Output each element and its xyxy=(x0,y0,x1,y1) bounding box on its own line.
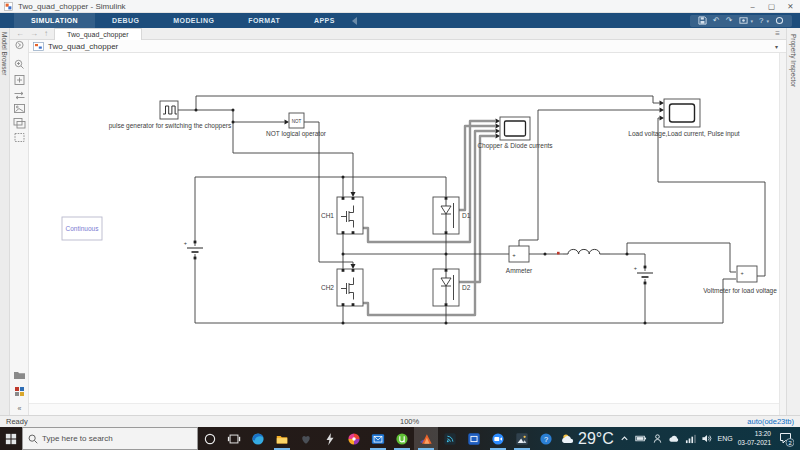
d1-label: D1 xyxy=(462,212,471,219)
breadcrumb-dropdown-icon[interactable]: ▾ xyxy=(775,43,778,50)
weather-widget[interactable]: 29°C xyxy=(560,430,614,448)
pulse-generator-block[interactable]: pulse generator for switching the choppe… xyxy=(109,101,232,130)
matlab-button[interactable] xyxy=(414,427,438,450)
save-icon[interactable] xyxy=(698,16,707,25)
task-view-icon xyxy=(227,432,241,446)
dc-source-left[interactable]: + xyxy=(184,240,203,259)
search-placeholder: Type here to search xyxy=(42,434,113,443)
forward-arrow-icon[interactable]: → xyxy=(30,29,38,38)
inductor[interactable] xyxy=(557,249,610,254)
up-arrow-icon[interactable]: ↑ xyxy=(44,29,48,38)
compare-icon[interactable] xyxy=(15,92,25,99)
utorrent-button[interactable] xyxy=(390,427,414,450)
scope-load-block[interactable]: Load voltage,Load current, Pulse input xyxy=(628,99,739,138)
folder-icon[interactable] xyxy=(14,372,25,379)
tab-format[interactable]: FORMAT xyxy=(231,13,297,28)
help-app-button[interactable]: ? xyxy=(534,427,558,450)
measurement-wires[interactable] xyxy=(363,121,495,315)
select-area-icon[interactable] xyxy=(15,134,24,142)
fit-view-icon[interactable] xyxy=(15,76,24,85)
model-browser-panel-tab[interactable]: Model Browser xyxy=(0,28,10,415)
d2-block[interactable]: D2 xyxy=(433,269,471,306)
minimize-button[interactable]: – xyxy=(743,0,762,13)
dc-source-right[interactable]: + xyxy=(634,265,653,284)
palette-grid-icon[interactable] xyxy=(15,387,24,396)
volume-icon[interactable] xyxy=(701,433,713,444)
library-icon[interactable] xyxy=(14,119,25,129)
start-button[interactable] xyxy=(0,427,22,450)
horizontal-scrollbar[interactable] xyxy=(29,403,779,415)
search-ring-icon[interactable] xyxy=(775,16,784,25)
lightning-app-button[interactable] xyxy=(318,427,342,450)
windows-taskbar: Type here to search xyxy=(0,427,800,450)
heart-app-button[interactable] xyxy=(294,427,318,450)
windows-logo-icon xyxy=(5,433,17,445)
blue-window-icon xyxy=(467,432,481,446)
tab-simulation[interactable]: SIMULATION xyxy=(14,13,95,28)
chevron-up-icon[interactable] xyxy=(619,433,630,444)
taskbar-search[interactable]: Type here to search xyxy=(22,427,198,450)
simulink-logo-icon xyxy=(4,2,13,11)
solver-indicator[interactable]: auto(ode23tb) xyxy=(747,417,794,426)
user-account-icon[interactable] xyxy=(652,433,663,444)
ammeter-block[interactable]: + Ammeter xyxy=(506,246,533,274)
hide-browser-icon[interactable] xyxy=(16,41,23,48)
clock-time: 13:20 xyxy=(738,430,771,438)
tab-apps[interactable]: APPS xyxy=(297,13,352,28)
file-explorer-icon xyxy=(275,432,289,446)
breadcrumb-model-name[interactable]: Two_quad_chopper xyxy=(48,42,118,51)
file-explorer-button[interactable] xyxy=(270,427,294,450)
status-bar: Ready 100% auto(ode23tb) xyxy=(0,415,800,427)
notification-badge: 2 xyxy=(788,439,791,445)
chevron-down-icon[interactable]: ▾ xyxy=(751,18,754,24)
ch1-block[interactable]: CH1 xyxy=(321,197,363,234)
ammeter-plus: + xyxy=(512,252,516,258)
ribbon-tab-bar: SIMULATION DEBUG MODELING FORMAT APPS ↶ … xyxy=(0,13,800,28)
onedrive-cloud-icon[interactable] xyxy=(668,433,680,444)
not-operator-block[interactable]: NOT NOT logical operator xyxy=(266,113,327,138)
zoom-icon[interactable] xyxy=(15,60,23,68)
quick-access-collapse-icon[interactable] xyxy=(352,17,357,25)
action-center-button[interactable]: 2 xyxy=(776,427,796,450)
voltmeter-block[interactable]: + Voltmeter for load voltage xyxy=(703,266,777,295)
battery-icon[interactable] xyxy=(635,433,647,444)
clock[interactable]: 13:20 03-07-2021 xyxy=(738,430,771,446)
voltmeter-plus: + xyxy=(740,270,743,276)
edge-button[interactable] xyxy=(246,427,270,450)
mail-button[interactable] xyxy=(366,427,390,450)
document-tab[interactable]: Two_quad_chopper xyxy=(54,28,142,40)
dc-source-left-plus: + xyxy=(184,240,187,246)
close-button[interactable]: ✕ xyxy=(781,0,800,13)
language-indicator[interactable]: ENG xyxy=(718,435,733,442)
blue-app-button[interactable] xyxy=(462,427,486,450)
ch2-block[interactable]: CH2 xyxy=(321,269,363,306)
vertical-scrollbar[interactable] xyxy=(779,53,786,415)
undo-icon[interactable]: ↶ xyxy=(713,15,720,26)
task-view-button[interactable] xyxy=(222,427,246,450)
node-marker xyxy=(557,252,560,255)
network-signal-icon[interactable] xyxy=(685,433,696,444)
collapse-toolbar-icon[interactable]: « xyxy=(18,405,22,412)
antenna-app-button[interactable] xyxy=(438,427,462,450)
cortana-button[interactable] xyxy=(198,427,222,450)
model-canvas[interactable]: pulse generator for switching the choppe… xyxy=(29,53,779,403)
ch2-label: CH2 xyxy=(321,284,334,291)
help-icon[interactable]: ? xyxy=(759,15,763,26)
screenshot-icon[interactable] xyxy=(739,16,748,25)
voltmeter-label: Voltmeter for load voltage xyxy=(703,287,777,295)
tab-modeling[interactable]: MODELING xyxy=(156,13,231,28)
powergui-block[interactable]: Continuous xyxy=(62,217,102,240)
maximize-button[interactable]: ▢ xyxy=(762,0,781,13)
annotation-image-icon[interactable] xyxy=(15,105,25,113)
property-inspector-panel-tab[interactable]: Property Inspector xyxy=(786,28,800,415)
photos-button[interactable] xyxy=(510,427,534,450)
browser-app-button[interactable] xyxy=(342,427,366,450)
clock-date: 03-07-2021 xyxy=(738,439,771,447)
zoom-button[interactable] xyxy=(486,427,510,450)
tab-list-menu-icon[interactable]: ≡ xyxy=(775,29,780,38)
redo-icon[interactable]: ↷ xyxy=(726,15,733,26)
back-arrow-icon[interactable]: ← xyxy=(16,29,24,38)
tab-debug[interactable]: DEBUG xyxy=(95,13,156,28)
chevron-down-icon[interactable]: ▾ xyxy=(766,18,769,24)
utorrent-icon xyxy=(395,432,409,446)
